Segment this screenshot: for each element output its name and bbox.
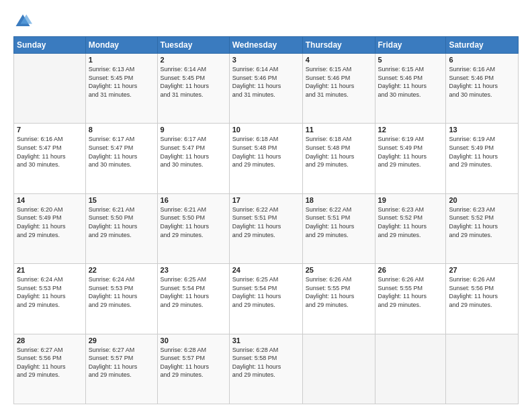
day-number: 14: [17, 196, 83, 204]
calendar-cell: 25Sunrise: 6:26 AMSunset: 5:55 PMDayligh…: [302, 264, 375, 334]
calendar-cell: 21Sunrise: 6:24 AMSunset: 5:53 PMDayligh…: [14, 264, 86, 334]
calendar-cell: 3Sunrise: 6:14 AMSunset: 5:46 PMDaylight…: [229, 54, 302, 124]
day-number: 25: [306, 266, 372, 274]
calendar-cell: 28Sunrise: 6:27 AMSunset: 5:56 PMDayligh…: [14, 334, 86, 404]
calendar-header-row: SundayMondayTuesdayWednesdayThursdayFrid…: [14, 37, 519, 54]
day-number: 28: [17, 336, 83, 345]
calendar-cell: 18Sunrise: 6:22 AMSunset: 5:51 PMDayligh…: [302, 193, 375, 263]
calendar-cell: 27Sunrise: 6:26 AMSunset: 5:56 PMDayligh…: [446, 264, 519, 334]
day-info: Sunrise: 6:26 AMSunset: 5:55 PMDaylight:…: [378, 275, 443, 309]
day-info: Sunrise: 6:14 AMSunset: 5:46 PMDaylight:…: [232, 65, 300, 99]
day-info: Sunrise: 6:22 AMSunset: 5:51 PMDaylight:…: [232, 205, 300, 239]
day-info: Sunrise: 6:15 AMSunset: 5:46 PMDaylight:…: [378, 65, 443, 99]
calendar-cell: 4Sunrise: 6:15 AMSunset: 5:46 PMDaylight…: [302, 54, 375, 124]
day-info: Sunrise: 6:17 AMSunset: 5:47 PMDaylight:…: [161, 135, 226, 169]
day-info: Sunrise: 6:25 AMSunset: 5:54 PMDaylight:…: [161, 275, 226, 309]
day-header-saturday: Saturday: [446, 37, 519, 54]
day-number: 29: [89, 336, 154, 345]
calendar-cell: 31Sunrise: 6:28 AMSunset: 5:58 PMDayligh…: [229, 334, 302, 404]
day-number: 10: [232, 126, 300, 134]
day-info: Sunrise: 6:26 AMSunset: 5:56 PMDaylight:…: [449, 275, 515, 309]
day-info: Sunrise: 6:13 AMSunset: 5:45 PMDaylight:…: [89, 65, 154, 99]
day-info: Sunrise: 6:14 AMSunset: 5:45 PMDaylight:…: [161, 65, 226, 99]
calendar-cell: 13Sunrise: 6:19 AMSunset: 5:49 PMDayligh…: [446, 124, 519, 193]
calendar-cell: 22Sunrise: 6:24 AMSunset: 5:53 PMDayligh…: [85, 264, 157, 334]
day-info: Sunrise: 6:21 AMSunset: 5:50 PMDaylight:…: [161, 205, 226, 239]
calendar-cell: 15Sunrise: 6:21 AMSunset: 5:50 PMDayligh…: [85, 193, 157, 263]
calendar-cell: 14Sunrise: 6:20 AMSunset: 5:49 PMDayligh…: [14, 193, 86, 263]
day-number: 31: [232, 336, 300, 345]
day-info: Sunrise: 6:24 AMSunset: 5:53 PMDaylight:…: [89, 275, 154, 309]
day-number: 6: [449, 56, 515, 64]
day-header-monday: Monday: [85, 37, 157, 54]
day-info: Sunrise: 6:16 AMSunset: 5:47 PMDaylight:…: [17, 135, 83, 169]
calendar-cell: 19Sunrise: 6:23 AMSunset: 5:52 PMDayligh…: [375, 193, 446, 263]
logo: [13, 12, 35, 31]
day-number: 3: [232, 56, 300, 64]
day-number: 16: [161, 196, 226, 204]
calendar-cell: 5Sunrise: 6:15 AMSunset: 5:46 PMDaylight…: [375, 54, 446, 124]
day-number: 2: [161, 56, 226, 64]
day-info: Sunrise: 6:19 AMSunset: 5:49 PMDaylight:…: [378, 135, 443, 169]
week-row-5: 28Sunrise: 6:27 AMSunset: 5:56 PMDayligh…: [14, 334, 519, 404]
page: SundayMondayTuesdayWednesdayThursdayFrid…: [0, 0, 532, 411]
day-info: Sunrise: 6:20 AMSunset: 5:49 PMDaylight:…: [17, 205, 83, 239]
calendar-cell: 12Sunrise: 6:19 AMSunset: 5:49 PMDayligh…: [375, 124, 446, 193]
day-info: Sunrise: 6:22 AMSunset: 5:51 PMDaylight:…: [306, 205, 372, 239]
calendar-table: SundayMondayTuesdayWednesdayThursdayFrid…: [13, 36, 519, 404]
calendar-cell: 26Sunrise: 6:26 AMSunset: 5:55 PMDayligh…: [375, 264, 446, 334]
day-number: 26: [378, 266, 443, 274]
day-number: 11: [306, 126, 372, 134]
day-info: Sunrise: 6:18 AMSunset: 5:48 PMDaylight:…: [306, 135, 372, 169]
day-info: Sunrise: 6:25 AMSunset: 5:54 PMDaylight:…: [232, 275, 300, 309]
day-number: 8: [89, 126, 154, 134]
day-info: Sunrise: 6:24 AMSunset: 5:53 PMDaylight:…: [17, 275, 83, 309]
day-number: 15: [89, 196, 154, 204]
day-info: Sunrise: 6:28 AMSunset: 5:57 PMDaylight:…: [161, 346, 226, 379]
calendar-cell: 17Sunrise: 6:22 AMSunset: 5:51 PMDayligh…: [229, 193, 302, 263]
day-info: Sunrise: 6:21 AMSunset: 5:50 PMDaylight:…: [89, 205, 154, 239]
day-info: Sunrise: 6:18 AMSunset: 5:48 PMDaylight:…: [232, 135, 300, 169]
day-number: 22: [89, 266, 154, 274]
day-info: Sunrise: 6:19 AMSunset: 5:49 PMDaylight:…: [449, 135, 515, 169]
day-info: Sunrise: 6:23 AMSunset: 5:52 PMDaylight:…: [449, 205, 515, 239]
calendar-cell: [14, 54, 86, 124]
day-number: 23: [161, 266, 226, 274]
day-info: Sunrise: 6:27 AMSunset: 5:56 PMDaylight:…: [17, 346, 83, 379]
day-header-wednesday: Wednesday: [229, 37, 302, 54]
calendar-cell: 24Sunrise: 6:25 AMSunset: 5:54 PMDayligh…: [229, 264, 302, 334]
calendar-cell: [446, 334, 519, 404]
day-number: 24: [232, 266, 300, 274]
calendar-cell: 11Sunrise: 6:18 AMSunset: 5:48 PMDayligh…: [302, 124, 375, 193]
week-row-4: 21Sunrise: 6:24 AMSunset: 5:53 PMDayligh…: [14, 264, 519, 334]
day-number: 1: [89, 56, 154, 64]
calendar-cell: 16Sunrise: 6:21 AMSunset: 5:50 PMDayligh…: [157, 193, 229, 263]
calendar-cell: 20Sunrise: 6:23 AMSunset: 5:52 PMDayligh…: [446, 193, 519, 263]
header: [13, 12, 519, 31]
week-row-3: 14Sunrise: 6:20 AMSunset: 5:49 PMDayligh…: [14, 193, 519, 263]
week-row-1: 1Sunrise: 6:13 AMSunset: 5:45 PMDaylight…: [14, 54, 519, 124]
day-header-sunday: Sunday: [14, 37, 86, 54]
day-info: Sunrise: 6:28 AMSunset: 5:58 PMDaylight:…: [232, 346, 300, 379]
day-info: Sunrise: 6:23 AMSunset: 5:52 PMDaylight:…: [378, 205, 443, 239]
day-info: Sunrise: 6:15 AMSunset: 5:46 PMDaylight:…: [306, 65, 372, 99]
day-number: 19: [378, 196, 443, 204]
calendar-cell: 6Sunrise: 6:16 AMSunset: 5:46 PMDaylight…: [446, 54, 519, 124]
day-number: 12: [378, 126, 443, 134]
calendar-cell: 8Sunrise: 6:17 AMSunset: 5:47 PMDaylight…: [85, 124, 157, 193]
day-info: Sunrise: 6:16 AMSunset: 5:46 PMDaylight:…: [449, 65, 515, 99]
calendar-cell: [302, 334, 375, 404]
day-number: 18: [306, 196, 372, 204]
day-number: 9: [161, 126, 226, 134]
calendar-cell: 7Sunrise: 6:16 AMSunset: 5:47 PMDaylight…: [14, 124, 86, 193]
day-info: Sunrise: 6:17 AMSunset: 5:47 PMDaylight:…: [89, 135, 154, 169]
day-number: 17: [232, 196, 300, 204]
day-number: 21: [17, 266, 83, 274]
calendar-cell: [375, 334, 446, 404]
calendar-cell: 23Sunrise: 6:25 AMSunset: 5:54 PMDayligh…: [157, 264, 229, 334]
day-number: 20: [449, 196, 515, 204]
calendar-cell: 10Sunrise: 6:18 AMSunset: 5:48 PMDayligh…: [229, 124, 302, 193]
calendar-cell: 2Sunrise: 6:14 AMSunset: 5:45 PMDaylight…: [157, 54, 229, 124]
day-number: 5: [378, 56, 443, 64]
day-header-friday: Friday: [375, 37, 446, 54]
